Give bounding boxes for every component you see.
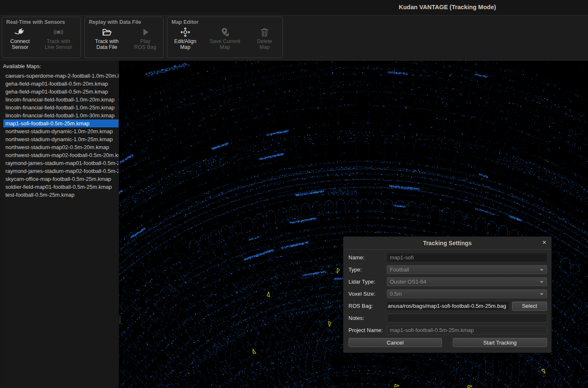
track-live-sensor-button[interactable]: Track with Live Sensor xyxy=(40,26,76,50)
available-maps-panel: Available Maps: caesars-superdome-map-2-… xyxy=(0,61,119,388)
project-name-label: Project Name: xyxy=(348,327,387,333)
toolbar-button-label: Delete Map xyxy=(257,38,272,50)
name-label: Name: xyxy=(348,254,387,261)
toolbar-button-label: Edit/Align Map xyxy=(174,38,197,50)
map-pin-save-icon xyxy=(220,26,230,38)
voxel-size-label: Voxel Size: xyxy=(348,291,387,297)
window-titlebar: Kudan VANTAGE (Tracking Mode) xyxy=(0,0,588,15)
dialog-title: Tracking Settings xyxy=(423,240,472,246)
toolbar: Real-Time with Sensors Connect Sensor xyxy=(0,15,588,61)
list-item[interactable]: northwest-stadium-dynamic-1.0m-25m.kmap xyxy=(3,135,119,143)
list-item[interactable]: raymond-james-stadium-map02-football-0.5… xyxy=(3,167,119,175)
toolbar-button-label: Track with Live Sensor xyxy=(45,38,72,50)
list-item[interactable]: northwest-stadium-dynamic-1.0m-20m.kmap xyxy=(3,127,119,135)
list-item[interactable]: soldier-field-map01-football-0.5m-25m.km… xyxy=(3,183,119,191)
plug-icon xyxy=(15,26,25,38)
map-list: caesars-superdome-map-2-football-1.0m-20… xyxy=(3,72,119,388)
list-item[interactable]: northwest-stadium-map02-football-0.5m-20… xyxy=(3,151,119,159)
toolbar-group-realtime: Real-Time with Sensors Connect Sensor xyxy=(2,17,81,58)
toolbar-group-map-editor: Map Editor Edit/Align Map xyxy=(167,17,283,58)
toolbar-group-title: Real-Time with Sensors xyxy=(6,19,76,25)
toolbar-button-label: Save Current Map xyxy=(209,38,240,50)
list-item[interactable]: test-football-0.5m-25m.kmap xyxy=(3,191,119,199)
project-name-field[interactable]: map1-sofi-football-0.5m-25m.kmap xyxy=(387,326,547,335)
lidar-type-label: Lidar Type: xyxy=(348,279,387,285)
list-item[interactable]: lincoln-financial-field-football-1.0m-25… xyxy=(3,104,119,112)
lidar-sensor-icon xyxy=(53,26,64,38)
list-item[interactable]: geha-field-map01-football-0.5m-20m.kmap xyxy=(3,80,119,88)
list-item[interactable]: lincoln-financial-field-football-1.0m-30… xyxy=(3,112,119,119)
name-field[interactable]: map1-sofi xyxy=(387,253,547,262)
toolbar-button-label: Track with Data File xyxy=(95,38,119,50)
select-button[interactable]: Select xyxy=(512,302,547,311)
delete-map-button[interactable]: Delete Map xyxy=(251,26,278,50)
list-item[interactable]: northwest-stadium-map02-0.5m-20m.kmap xyxy=(3,143,119,151)
toolbar-button-label: Connect Sensor xyxy=(10,38,30,50)
panel-resize-grip[interactable] xyxy=(119,316,121,324)
cancel-button[interactable]: Cancel xyxy=(348,338,442,347)
notes-label: Notes: xyxy=(348,315,387,321)
edit-align-map-button[interactable]: Edit/Align Map xyxy=(172,26,199,50)
list-item[interactable]: caesars-superdome-map-2-football-1.0m-20… xyxy=(3,72,119,80)
track-data-file-button[interactable]: Track with Data File xyxy=(89,26,125,50)
list-item[interactable]: raymond-james-stadium-map01-football-0.5… xyxy=(3,159,119,167)
notes-field[interactable] xyxy=(387,314,547,322)
lidar-type-dropdown[interactable]: Ouster OS1-64 xyxy=(387,277,547,286)
move-axes-icon xyxy=(180,26,191,38)
save-current-map-button[interactable]: Save Current Map xyxy=(206,26,244,50)
connect-sensor-button[interactable]: Connect Sensor xyxy=(6,26,34,50)
close-icon[interactable]: ✕ xyxy=(542,239,547,246)
play-icon xyxy=(140,26,151,38)
dialog-titlebar: Tracking Settings ✕ xyxy=(343,237,551,250)
ros-bag-label: ROS Bag: xyxy=(348,303,387,309)
toolbar-group-title: Map Editor xyxy=(172,19,278,25)
play-ros-bag-button[interactable]: Play ROS Bag xyxy=(131,26,159,50)
start-tracking-button[interactable]: Start Tracking xyxy=(453,338,547,347)
list-item[interactable]: lincoln-financial-field-football-1.0m-20… xyxy=(3,96,119,104)
toolbar-group-title: Replay with Data File xyxy=(89,19,159,25)
tracking-settings-dialog: Tracking Settings ✕ Name: map1-sofi Type… xyxy=(343,236,552,353)
open-folder-icon xyxy=(101,26,112,38)
voxel-size-dropdown[interactable]: 0.5m xyxy=(387,289,547,298)
list-item-selected[interactable]: map1-sofi-football-0.5m-25m.kmap xyxy=(3,119,119,127)
list-item[interactable]: skycam-office-map-football-0.5m-25m.kmap xyxy=(3,175,119,183)
ros-bag-field[interactable]: anusa/ros/bags/map1-sofi-football-0.5m-2… xyxy=(387,302,509,310)
trash-icon xyxy=(259,26,270,38)
available-maps-heading: Available Maps: xyxy=(0,61,119,71)
toolbar-group-replay: Replay with Data File Track with Data Fi… xyxy=(84,17,164,58)
ros-bag-path: anusa/ros/bags/map1-sofi-football-0.5m-2… xyxy=(388,302,506,310)
list-item[interactable]: geha-field-map01-football-0.5m-25m.kmap xyxy=(3,88,119,96)
type-label: Type: xyxy=(348,266,387,273)
toolbar-button-label: Play ROS Bag xyxy=(134,38,156,50)
window-title: Kudan VANTAGE (Tracking Mode) xyxy=(399,4,496,10)
type-dropdown[interactable]: Football xyxy=(387,265,547,274)
